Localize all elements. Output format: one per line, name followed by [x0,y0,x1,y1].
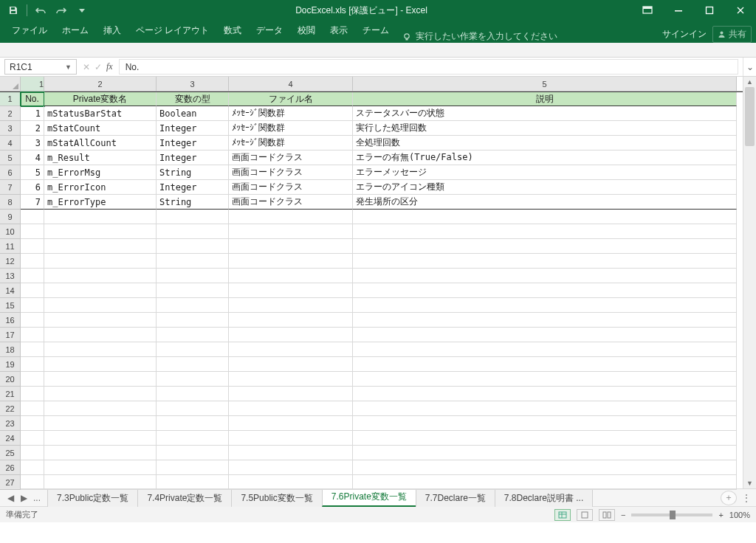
cell-header-no[interactable]: No. [21,92,44,106]
cell-desc[interactable]: 実行した処理回数 [353,121,737,136]
row-header[interactable]: 24 [0,431,21,446]
tab-file[interactable]: ファイル [4,20,55,43]
row-header[interactable]: 14 [0,283,21,298]
cell-empty[interactable] [21,210,44,224]
cell-empty[interactable] [157,254,229,269]
cell-desc[interactable]: 発生場所の区分 [353,195,737,210]
share-button[interactable]: 共有 [712,26,752,43]
cell-desc[interactable]: ステータスバーの状態 [353,106,737,121]
row-header[interactable]: 13 [0,269,21,283]
fx-icon[interactable]: fx [106,61,113,72]
cell-empty[interactable] [21,269,44,283]
cell-empty[interactable] [44,210,157,224]
formula-bar[interactable]: No. [119,59,738,75]
cell-empty[interactable] [157,372,229,387]
cell-empty[interactable] [21,475,44,490]
cell-empty[interactable] [44,431,157,446]
cell-empty[interactable] [44,446,157,460]
cell-empty[interactable] [353,239,737,254]
name-box[interactable]: R1C1 ▼ [4,59,77,75]
cell-empty[interactable] [21,313,44,328]
cell-empty[interactable] [229,387,353,401]
tab-team[interactable]: チーム [355,20,396,43]
view-normal-button[interactable] [554,509,571,521]
cell-empty[interactable] [157,224,229,239]
close-button[interactable] [725,0,756,21]
cell-empty[interactable] [353,460,737,475]
cell-empty[interactable] [21,431,44,446]
row-header[interactable]: 21 [0,387,21,401]
col-header-1[interactable]: 1 [21,77,44,91]
cell-name[interactable]: mStatCount [44,121,157,136]
cell-empty[interactable] [353,269,737,283]
zoom-in-button[interactable]: + [718,511,723,519]
cell-empty[interactable] [21,372,44,387]
vertical-scrollbar[interactable]: ▲ ▼ [743,77,756,488]
zoom-level[interactable]: 100% [729,511,750,519]
tab-page-layout[interactable]: ページ レイアウト [128,20,216,43]
sheet-tab[interactable]: 7.7Declare一覧 [416,489,495,507]
row-header[interactable]: 9 [0,210,21,224]
cell-empty[interactable] [229,431,353,446]
cell-empty[interactable] [44,460,157,475]
cell-empty[interactable] [21,224,44,239]
cell-empty[interactable] [229,460,353,475]
maximize-button[interactable] [694,0,725,21]
undo-icon[interactable] [32,2,49,18]
cell-empty[interactable] [157,475,229,490]
tab-data[interactable]: データ [249,20,290,43]
cell-name[interactable]: mStatAllCount [44,136,157,151]
cell-empty[interactable] [353,416,737,431]
cell-empty[interactable] [21,387,44,401]
ribbon-display-options-icon[interactable] [632,0,663,21]
cell-empty[interactable] [44,313,157,328]
col-header-3[interactable]: 3 [157,77,229,91]
cell-file[interactable]: 画面コードクラス [229,195,353,210]
cell-empty[interactable] [44,475,157,490]
cell-empty[interactable] [229,342,353,357]
cell-type[interactable]: Boolean [157,106,229,121]
cell-empty[interactable] [44,328,157,342]
cell-empty[interactable] [157,328,229,342]
zoom-slider[interactable] [631,513,712,516]
cell-empty[interactable] [21,342,44,357]
cell-empty[interactable] [353,224,737,239]
col-header-5[interactable]: 5 [353,77,737,91]
cell-type[interactable]: Integer [157,151,229,165]
tab-home[interactable]: ホーム [55,20,96,43]
tell-me-search[interactable]: 実行したい作業を入力してください [402,30,557,43]
cell-header-desc[interactable]: 説明 [353,92,737,106]
cell-empty[interactable] [21,328,44,342]
tab-formulas[interactable]: 数式 [216,20,249,43]
cell-header-file[interactable]: ファイル名 [229,92,353,106]
sheet-tabs-menu-icon[interactable]: ⋮ [737,493,756,503]
signin-link[interactable]: サインイン [662,28,707,41]
cell-empty[interactable] [157,298,229,313]
row-header[interactable]: 17 [0,328,21,342]
row-header[interactable]: 11 [0,239,21,254]
tab-insert[interactable]: 挿入 [96,20,128,43]
cell-empty[interactable] [229,475,353,490]
cell-no[interactable]: 6 [21,180,44,195]
scroll-down-icon[interactable]: ▼ [743,478,756,488]
cell-name[interactable]: mStatusBarStat [44,106,157,121]
cell-empty[interactable] [353,328,737,342]
sheet-nav-prev-icon[interactable]: ◀ [4,493,16,503]
cell-empty[interactable] [44,254,157,269]
cell-empty[interactable] [229,283,353,298]
cell-empty[interactable] [44,416,157,431]
row-header[interactable]: 12 [0,254,21,269]
cell-no[interactable]: 4 [21,151,44,165]
sheet-nav-ellipsis[interactable]: ... [31,493,43,503]
cell-empty[interactable] [229,401,353,416]
row-header[interactable]: 5 [0,151,21,165]
cell-file[interactable]: ﾒｯｾｰｼﾞ関数群 [229,106,353,121]
cell-empty[interactable] [353,401,737,416]
cell-name[interactable]: m_ErrorMsg [44,165,157,180]
cell-desc[interactable]: エラーメッセージ [353,165,737,180]
cell-empty[interactable] [21,401,44,416]
cell-empty[interactable] [21,416,44,431]
cell-empty[interactable] [157,416,229,431]
cell-empty[interactable] [44,372,157,387]
row-header[interactable]: 25 [0,446,21,460]
